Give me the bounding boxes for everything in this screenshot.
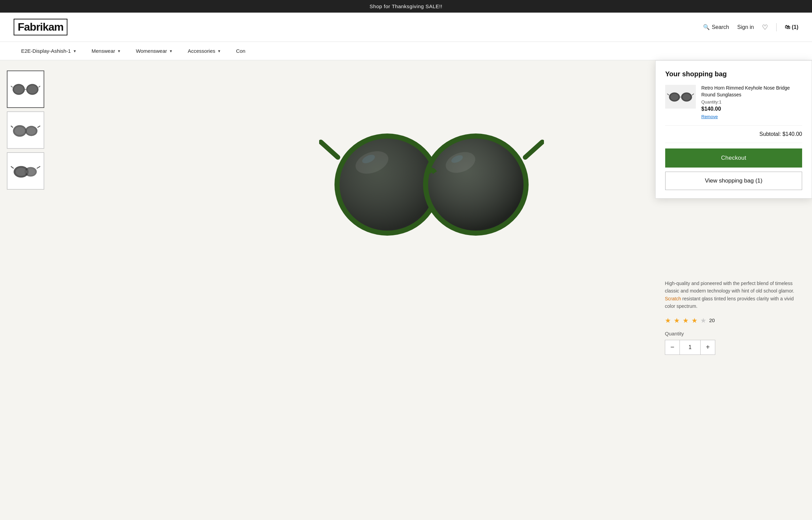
thumbnail-2[interactable] xyxy=(7,111,44,149)
bag-item-name: Retro Horn Rimmed Keyhole Nose Bridge Ro… xyxy=(701,85,802,98)
nav-label-e2e: E2E-Display-Ashish-1 xyxy=(21,48,71,54)
thumbnail-list xyxy=(0,60,51,299)
nav-label-womenswear: Womenswear xyxy=(136,48,167,54)
svg-point-25 xyxy=(428,139,524,231)
main-product-image xyxy=(319,94,544,265)
shopping-bag-panel: Your shopping bag Retro Horn Rimmed Keyh… xyxy=(655,60,812,199)
main-layout: Your shopping bag Retro Horn Rimmed Keyh… xyxy=(0,60,812,299)
thumb-image-1 xyxy=(10,77,41,101)
star-4: ★ xyxy=(691,316,698,325)
svg-point-38 xyxy=(683,94,690,100)
star-5: ★ xyxy=(700,316,706,325)
svg-line-16 xyxy=(11,167,14,169)
bag-title: Your shopping bag xyxy=(665,70,802,78)
bag-item-image xyxy=(665,85,696,109)
bag-item-thumb xyxy=(667,88,694,106)
thumb-image-3 xyxy=(10,159,41,183)
bag-item-details: Retro Horn Rimmed Keyhole Nose Bridge Ro… xyxy=(701,85,802,119)
nav-item-menswear[interactable]: Menswear ▼ xyxy=(84,42,128,60)
product-info-panel: High-quality and pioneered with the perf… xyxy=(655,271,812,363)
product-description: High-quality and pioneered with the perf… xyxy=(665,280,802,310)
svg-line-4 xyxy=(38,86,40,88)
quantity-value: 1 xyxy=(680,340,700,355)
cart-button[interactable]: 🛍 (1) xyxy=(785,24,798,30)
banner-text: Shop for Thanksgiving SALE!! xyxy=(370,3,442,9)
svg-line-3 xyxy=(11,86,13,88)
cart-count: (1) xyxy=(792,24,798,30)
navigation: E2E-Display-Ashish-1 ▼ Menswear ▼ Womens… xyxy=(0,42,812,60)
star-1: ★ xyxy=(665,316,671,325)
header-divider xyxy=(776,23,777,31)
thumb-image-2 xyxy=(10,118,41,142)
header-right: 🔍 Search Sign in ♡ 🛍 (1) xyxy=(703,23,798,31)
star-3: ★ xyxy=(683,316,689,325)
svg-line-26 xyxy=(321,142,338,157)
bag-subtotal: Subtotal: $140.00 xyxy=(665,131,802,143)
svg-line-27 xyxy=(525,142,542,157)
chevron-down-icon: ▼ xyxy=(117,49,121,53)
thumbnail-3[interactable] xyxy=(7,152,44,190)
cart-icon: 🛍 xyxy=(785,24,790,30)
svg-line-10 xyxy=(37,126,40,128)
chevron-down-icon: ▼ xyxy=(217,49,221,53)
svg-point-12 xyxy=(27,127,36,135)
nav-item-womenswear[interactable]: Womenswear ▼ xyxy=(128,42,180,60)
logo[interactable]: Fabrikam xyxy=(14,19,67,35)
quantity-increase-button[interactable]: + xyxy=(700,340,715,355)
svg-line-17 xyxy=(37,167,40,169)
thumbnail-1[interactable] xyxy=(7,70,44,108)
svg-point-37 xyxy=(671,94,678,100)
chevron-down-icon: ▼ xyxy=(73,49,77,53)
header: Fabrikam 🔍 Search Sign in ♡ 🛍 (1) xyxy=(0,13,812,42)
svg-point-22 xyxy=(340,139,435,231)
svg-line-36 xyxy=(692,94,694,95)
nav-item-accessories[interactable]: Accessories ▼ xyxy=(180,42,229,60)
product-desc-highlight: Scratch xyxy=(665,296,681,301)
review-count: 20 xyxy=(709,317,715,323)
svg-point-5 xyxy=(14,85,24,94)
bag-item-remove-link[interactable]: Remove xyxy=(701,114,802,119)
quantity-label: Quantity xyxy=(665,331,802,336)
nav-item-con[interactable]: Con xyxy=(229,42,253,60)
checkout-button[interactable]: Checkout xyxy=(665,148,802,168)
view-bag-button[interactable]: View shopping bag (1) xyxy=(665,172,802,190)
svg-line-35 xyxy=(667,94,669,95)
search-icon: 🔍 xyxy=(703,24,710,30)
nav-label-menswear: Menswear xyxy=(92,48,115,54)
star-2: ★ xyxy=(674,316,680,325)
bag-item-price: $140.00 xyxy=(701,106,802,112)
search-label: Search xyxy=(712,24,729,30)
nav-label-accessories: Accessories xyxy=(188,48,215,54)
sign-in-button[interactable]: Sign in xyxy=(737,24,754,30)
quantity-decrease-button[interactable]: − xyxy=(665,340,680,355)
svg-point-11 xyxy=(15,127,25,135)
bag-item: Retro Horn Rimmed Keyhole Nose Bridge Ro… xyxy=(665,85,802,126)
nav-label-con: Con xyxy=(236,48,246,54)
rating-row: ★ ★ ★ ★ ★ 20 xyxy=(665,316,802,325)
top-banner: Shop for Thanksgiving SALE!! xyxy=(0,0,812,13)
svg-point-19 xyxy=(26,169,35,175)
svg-point-18 xyxy=(16,168,27,176)
svg-line-9 xyxy=(11,126,13,128)
quantity-row: − 1 + xyxy=(665,340,802,355)
wishlist-icon[interactable]: ♡ xyxy=(762,23,768,31)
bag-item-quantity: Quantity:1 xyxy=(701,99,802,105)
search-button[interactable]: 🔍 Search xyxy=(703,24,729,30)
nav-item-e2e[interactable]: E2E-Display-Ashish-1 ▼ xyxy=(14,42,84,60)
svg-point-6 xyxy=(28,85,37,94)
chevron-down-icon: ▼ xyxy=(169,49,173,53)
